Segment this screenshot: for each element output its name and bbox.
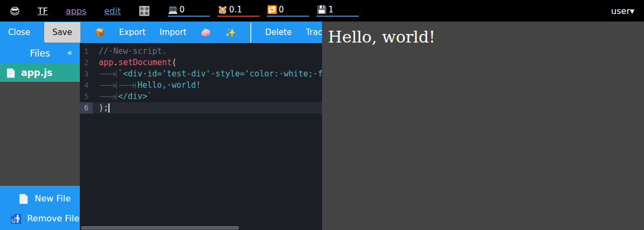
- remove-file-icon: 🚮: [10, 213, 22, 224]
- stat-repeat: 🔁 0: [267, 5, 309, 17]
- code-token: .: [113, 58, 118, 67]
- editor-line[interactable]: 3 `<div·id='test-div'·style='color:·whit…: [80, 68, 322, 80]
- code-token: app: [99, 58, 113, 67]
- text-cursor: [108, 103, 109, 113]
- code-token: (: [172, 58, 176, 67]
- preview-text: Hello, world!: [328, 27, 644, 46]
- sparkles-icon: ✨: [225, 27, 236, 38]
- nav-link-apps[interactable]: apps: [66, 6, 86, 16]
- code-token: );: [99, 103, 108, 113]
- file-icon: 📄: [5, 68, 16, 78]
- editor-line[interactable]: 1 //·New·script.: [80, 46, 322, 57]
- package-button[interactable]: 📦: [94, 27, 105, 38]
- scrollbar-thumb[interactable]: [81, 226, 239, 229]
- code-token: Hello,·world!: [138, 80, 201, 90]
- new-file-label: New File: [35, 193, 71, 204]
- line-number: 2: [80, 57, 93, 68]
- topbar: 😎 TF apps edit 🎛️ 💻 0 🐹 0.1 🔁 0 💾 1 user…: [0, 0, 644, 22]
- remove-file-button[interactable]: 🚮 Remove File: [0, 208, 80, 228]
- line-number: 6: [80, 102, 93, 114]
- close-button[interactable]: Close: [8, 27, 30, 37]
- blank-button[interactable]: [250, 23, 251, 43]
- repeat-icon: 🔁: [267, 5, 277, 15]
- editor-line[interactable]: 2 app.setDocument(: [80, 57, 322, 68]
- collapse-sidebar-button[interactable]: «: [67, 47, 72, 58]
- nav-link-tf[interactable]: TF: [38, 6, 48, 16]
- remove-file-label: Remove File: [27, 213, 79, 224]
- editor-line-active[interactable]: 6 );: [80, 102, 322, 114]
- status-meters: 💻 0 🐹 0.1 🔁 0 💾 1: [168, 5, 359, 17]
- user-menu[interactable]: user▾: [611, 6, 634, 16]
- stat-floppy: 💾 1: [317, 5, 359, 17]
- preview-panel: Hello, world!: [322, 22, 644, 230]
- horizontal-scrollbar[interactable]: [80, 225, 322, 230]
- control-knobs-icon[interactable]: 🎛️: [139, 5, 150, 16]
- nav-link-edit[interactable]: edit: [104, 6, 121, 16]
- stat-laptop-value: 0: [180, 5, 185, 15]
- line-number: 5: [80, 91, 93, 102]
- files-panel: Files « 📄 app.js 📄 New File 🚮 Remove Fil…: [0, 43, 80, 230]
- sidebar-empty-area: [0, 82, 80, 186]
- sparkles-button[interactable]: ✨: [225, 27, 236, 38]
- toolbar: Close Save 📦 Export Import 🧼 ✨ Delete Tr…: [0, 22, 322, 43]
- line-number: 4: [80, 80, 93, 91]
- stat-hamster: 🐹 0.1: [217, 5, 259, 17]
- code-token: `<div·id='test-div'·style='color:·white;…: [118, 69, 322, 79]
- code-token: //·New·script.: [99, 46, 167, 56]
- delete-button[interactable]: Delete: [265, 27, 292, 37]
- stat-repeat-value: 0: [279, 5, 284, 15]
- smiley-sunglasses-icon[interactable]: 😎: [10, 5, 20, 17]
- stat-hamster-value: 0.1: [229, 5, 242, 15]
- files-header: Files «: [0, 43, 80, 64]
- code-token: setDocument: [118, 58, 172, 67]
- files-title: Files: [30, 48, 50, 59]
- package-icon: 📦: [94, 27, 105, 38]
- file-actions: 📄 New File 🚮 Remove File: [0, 186, 80, 230]
- editor-line[interactable]: 5 </div>`: [80, 91, 322, 102]
- export-button[interactable]: Export: [119, 27, 146, 37]
- code-editor[interactable]: 1 //·New·script. 2 app.setDocument( 3 `<…: [80, 43, 322, 230]
- new-file-icon: 📄: [18, 193, 29, 204]
- stat-laptop: 💻 0: [168, 5, 210, 17]
- file-item-appjs[interactable]: 📄 app.js: [0, 64, 80, 82]
- file-name: app.js: [21, 67, 52, 78]
- tab-icon: [118, 80, 138, 91]
- import-button[interactable]: Import: [160, 27, 187, 37]
- stat-floppy-value: 1: [328, 5, 334, 15]
- code-token: </div>`: [118, 92, 152, 101]
- tab-icon: [99, 91, 118, 102]
- hamster-icon: 🐹: [217, 5, 228, 15]
- new-file-button[interactable]: 📄 New File: [0, 189, 80, 208]
- soap-button[interactable]: 🧼: [201, 27, 211, 38]
- editor-line[interactable]: 4 Hello,·world!: [80, 80, 322, 91]
- tab-icon: [99, 80, 118, 91]
- line-number: 1: [80, 46, 93, 57]
- save-button[interactable]: Save: [44, 22, 80, 43]
- line-number: 3: [80, 68, 93, 80]
- laptop-icon: 💻: [168, 5, 178, 15]
- soap-icon: 🧼: [201, 27, 211, 38]
- editor-app: Close Save 📦 Export Import 🧼 ✨ Delete Tr…: [0, 22, 322, 230]
- floppy-disk-icon: 💾: [317, 5, 327, 15]
- tab-icon: [99, 68, 118, 80]
